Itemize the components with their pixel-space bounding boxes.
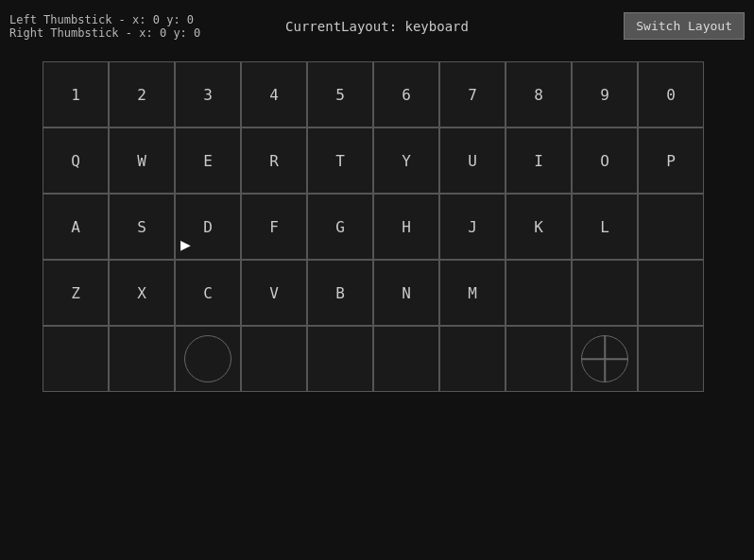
- thumbstick-info: Left Thumbstick - x: 0 y: 0 Right Thumbs…: [9, 13, 200, 40]
- key-left-circle[interactable]: [175, 326, 241, 392]
- key-a[interactable]: A: [43, 194, 109, 260]
- left-thumbstick-label: Left Thumbstick - x: 0 y: 0: [9, 13, 200, 26]
- key-3[interactable]: 3: [175, 61, 241, 127]
- key-special-5-1[interactable]: [43, 326, 109, 392]
- key-special-5-5[interactable]: [307, 326, 373, 392]
- key-l[interactable]: L: [572, 194, 638, 260]
- key-special-5-2[interactable]: [109, 326, 175, 392]
- key-s[interactable]: S: [109, 194, 175, 260]
- key-7[interactable]: 7: [439, 61, 506, 127]
- key-9[interactable]: 9: [572, 61, 638, 127]
- key-m[interactable]: M: [439, 260, 506, 326]
- key-special-5-6[interactable]: [373, 326, 439, 392]
- key-g[interactable]: G: [307, 194, 373, 260]
- key-q[interactable]: Q: [43, 127, 109, 194]
- key-row-4: Z X C V B N M: [43, 260, 711, 326]
- key-1[interactable]: 1: [43, 61, 109, 127]
- key-empty-3-10: [638, 194, 704, 260]
- key-w[interactable]: W: [109, 127, 175, 194]
- key-n[interactable]: N: [373, 260, 439, 326]
- key-b[interactable]: B: [307, 260, 373, 326]
- key-2[interactable]: 2: [109, 61, 175, 127]
- key-u[interactable]: U: [439, 127, 506, 194]
- left-circle-graphic: [184, 335, 231, 382]
- key-empty-4-9: [572, 260, 638, 326]
- key-right-circle[interactable]: [572, 326, 638, 392]
- key-i[interactable]: I: [506, 127, 572, 194]
- switch-layout-button[interactable]: Switch Layout: [624, 12, 745, 40]
- key-p[interactable]: P: [638, 127, 704, 194]
- right-thumbstick-label: Right Thumbstick - x: 0 y: 0: [9, 26, 200, 40]
- key-special-5-4[interactable]: [241, 326, 307, 392]
- key-f[interactable]: F: [241, 194, 307, 260]
- key-v[interactable]: V: [241, 260, 307, 326]
- key-special-5-8[interactable]: [506, 326, 572, 392]
- key-r[interactable]: R: [241, 127, 307, 194]
- right-circle-hline: [581, 358, 628, 360]
- key-e[interactable]: E: [175, 127, 241, 194]
- key-row-5: [43, 326, 711, 392]
- key-x[interactable]: X: [109, 260, 175, 326]
- key-t[interactable]: T: [307, 127, 373, 194]
- key-empty-4-8: [506, 260, 572, 326]
- key-c[interactable]: C: [175, 260, 241, 326]
- key-5[interactable]: 5: [307, 61, 373, 127]
- key-h[interactable]: H: [373, 194, 439, 260]
- key-y[interactable]: Y: [373, 127, 439, 194]
- key-empty-4-10: [638, 260, 704, 326]
- key-special-5-10[interactable]: [638, 326, 704, 392]
- key-row-3: A S D ▶ F G H J K L: [43, 194, 711, 260]
- key-special-5-7[interactable]: [439, 326, 506, 392]
- key-8[interactable]: 8: [506, 61, 572, 127]
- header: Left Thumbstick - x: 0 y: 0 Right Thumbs…: [0, 0, 754, 52]
- key-6[interactable]: 6: [373, 61, 439, 127]
- key-k[interactable]: K: [506, 194, 572, 260]
- current-layout-label: CurrentLayout: keyboard: [285, 19, 469, 34]
- key-0[interactable]: 0: [638, 61, 704, 127]
- key-4[interactable]: 4: [241, 61, 307, 127]
- key-d[interactable]: D ▶: [175, 194, 241, 260]
- cursor-icon: ▶: [180, 234, 191, 254]
- key-z[interactable]: Z: [43, 260, 109, 326]
- keyboard-area: 1 2 3 4 5 6 7 8 9 0 Q W E R T Y U I O P …: [0, 52, 754, 401]
- key-o[interactable]: O: [572, 127, 638, 194]
- key-row-2: Q W E R T Y U I O P: [43, 127, 711, 194]
- key-j[interactable]: J: [439, 194, 506, 260]
- key-row-1: 1 2 3 4 5 6 7 8 9 0: [43, 61, 711, 127]
